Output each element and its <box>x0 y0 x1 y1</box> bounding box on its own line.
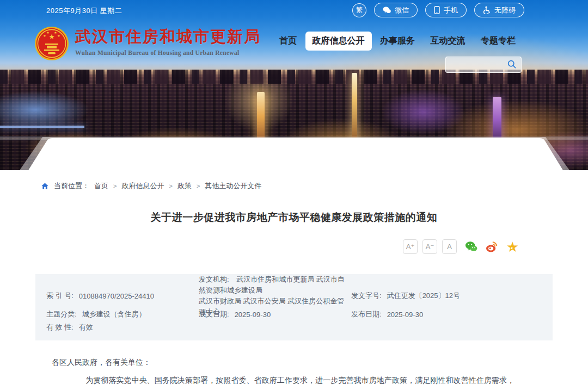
article-page: 当前位置： 首页 > 政府信息公开 > 政策 > 其他主动公开文件 关于进一步促… <box>35 181 553 391</box>
search-input[interactable] <box>450 61 507 69</box>
skyline-bridge <box>0 126 84 128</box>
site-brand[interactable]: ★ ★ ★ ★ ★ 武汉市住房和城市更新局 Wuhan Municipal Bu… <box>34 26 261 63</box>
meta-doc-no: 发文字号: 武住更发〔2025〕12号 <box>351 284 553 308</box>
meta-topic: 主题分类: 城乡建设（含住房） <box>46 308 199 321</box>
nav-item-special-topics[interactable]: 专题专栏 <box>474 32 523 51</box>
meta-label: 发文字号: <box>351 291 382 301</box>
nav-item-gov-info[interactable]: 政府信息公开 <box>305 32 372 51</box>
svg-text:★: ★ <box>57 34 60 38</box>
font-reset-button[interactable]: A <box>442 239 457 254</box>
breadcrumb-link-home[interactable]: 首页 <box>94 181 108 191</box>
traditional-chinese-button[interactable]: 繁 <box>352 3 366 17</box>
meta-label: 主题分类: <box>46 309 77 319</box>
site-title: 武汉市住房和城市更新局 <box>75 26 261 47</box>
meta-date-published: 发布日期: 2025-09-30 <box>351 308 553 321</box>
meta-date-written: 成文日期: 2025-09-30 <box>199 308 351 321</box>
breadcrumb-separator: > <box>113 183 117 189</box>
breadcrumb: 当前位置： 首页 > 政府信息公开 > 政策 > 其他主动公开文件 <box>35 181 553 191</box>
wechat-button[interactable]: 微信 <box>374 3 418 17</box>
meta-label: 发文机构: <box>199 275 229 283</box>
meta-value: 010884970/2025-24410 <box>79 292 154 300</box>
search-icon <box>507 59 517 71</box>
svg-text:★: ★ <box>54 31 57 34</box>
meta-column-2: 发文机构: 武汉市住房和城市更新局 武汉市自然资源和城乡建设局 武汉市财政局 武… <box>199 284 351 334</box>
meta-label: 有 效 性: <box>46 322 74 332</box>
article-body: 各区人民政府，各有关单位： 为贯彻落实党中央、国务院决策部署，按照省委、省政府工… <box>35 355 553 391</box>
svg-text:★: ★ <box>46 31 49 34</box>
document-meta-box: 索 引 号: 010884970/2025-24410 主题分类: 城乡建设（含… <box>35 274 553 340</box>
national-emblem-logo: ★ ★ ★ ★ ★ <box>34 26 69 63</box>
meta-issuing-agency: 发文机构: 武汉市住房和城市更新局 武汉市自然资源和城乡建设局 武汉市财政局 武… <box>199 284 351 308</box>
meta-value: 2025-09-30 <box>387 311 424 319</box>
font-decrease-button[interactable]: A⁻ <box>422 239 437 254</box>
site-title-block: 武汉市住房和城市更新局 Wuhan Municipal Bureau of Ho… <box>75 26 261 56</box>
accessibility-label: 无障碍 <box>494 5 516 15</box>
banner-curve-shape <box>0 136 588 170</box>
site-subtitle: Wuhan Municipal Bureau of Housing and Ur… <box>75 49 261 56</box>
page: 2025年9月30日 星期二 繁 微信 手机 无障碍 <box>0 0 588 391</box>
wechat-icon <box>383 7 391 14</box>
body-salutation: 各区人民政府，各有关单位： <box>52 355 514 370</box>
home-icon <box>41 182 49 190</box>
breadcrumb-prefix: 当前位置： <box>54 181 89 191</box>
search-box <box>445 57 522 73</box>
breadcrumb-link-gov-info[interactable]: 政府信息公开 <box>121 181 164 191</box>
qzone-z-mark: z <box>511 245 513 250</box>
meta-value: 武住更发〔2025〕12号 <box>387 291 460 301</box>
skyline-tower <box>352 73 357 141</box>
font-increase-button[interactable]: A⁺ <box>403 239 418 254</box>
meta-index-no: 索 引 号: 010884970/2025-24410 <box>46 284 199 308</box>
wechat-share-icon[interactable] <box>465 240 477 253</box>
meta-label: 发布日期: <box>351 309 382 319</box>
meta-validity: 有 效 性: 有效 <box>46 321 199 334</box>
mobile-label: 手机 <box>444 5 458 15</box>
article-toolbar: A⁺ A⁻ A <box>35 239 553 254</box>
phone-icon <box>434 6 440 14</box>
traditional-chinese-label: 繁 <box>356 5 363 15</box>
breadcrumb-link-policy[interactable]: 政策 <box>177 181 192 191</box>
meta-column-3: 发文字号: 武住更发〔2025〕12号 发布日期: 2025-09-30 <box>351 284 553 334</box>
breadcrumb-separator: > <box>169 183 172 189</box>
wechat-label: 微信 <box>395 5 409 15</box>
accessibility-button[interactable]: 无障碍 <box>474 3 524 17</box>
meta-column-1: 索 引 号: 010884970/2025-24410 主题分类: 城乡建设（含… <box>46 284 199 334</box>
article-title: 关于进一步促进我市房地产市场平稳健康发展政策措施的通知 <box>35 210 553 225</box>
nav-item-interaction[interactable]: 互动交流 <box>424 32 473 51</box>
meta-label: 索 引 号: <box>46 291 74 301</box>
main-nav: 首页 政府信息公开 办事服务 互动交流 专题专栏 <box>272 30 523 51</box>
weibo-share-icon[interactable] <box>486 240 498 253</box>
meta-value: 有效 <box>79 322 93 332</box>
meta-label: 成文日期: <box>199 309 229 319</box>
wheelchair-icon <box>483 6 491 14</box>
nav-item-services[interactable]: 办事服务 <box>373 32 422 51</box>
svg-text:★: ★ <box>43 34 46 38</box>
current-date: 2025年9月30日 星期二 <box>46 6 122 16</box>
breadcrumb-link-other-docs[interactable]: 其他主动公开文件 <box>205 181 261 191</box>
breadcrumb-separator: > <box>197 183 200 189</box>
body-paragraph: 为贯彻落实党中央、国务院决策部署，按照省委、省政府工作要求，进一步完善我市房地产… <box>52 373 514 391</box>
topbar-actions: 繁 微信 手机 无障碍 <box>352 3 524 17</box>
meta-value: 2025-09-30 <box>235 311 271 319</box>
site-header-banner: 2025年9月30日 星期二 繁 微信 手机 无障碍 <box>0 0 588 170</box>
qzone-share-icon[interactable]: ★ z <box>506 240 519 253</box>
mobile-button[interactable]: 手机 <box>425 3 467 17</box>
meta-value: 城乡建设（含住房） <box>82 309 146 319</box>
nav-item-home[interactable]: 首页 <box>272 32 304 51</box>
search-button[interactable] <box>507 59 517 71</box>
